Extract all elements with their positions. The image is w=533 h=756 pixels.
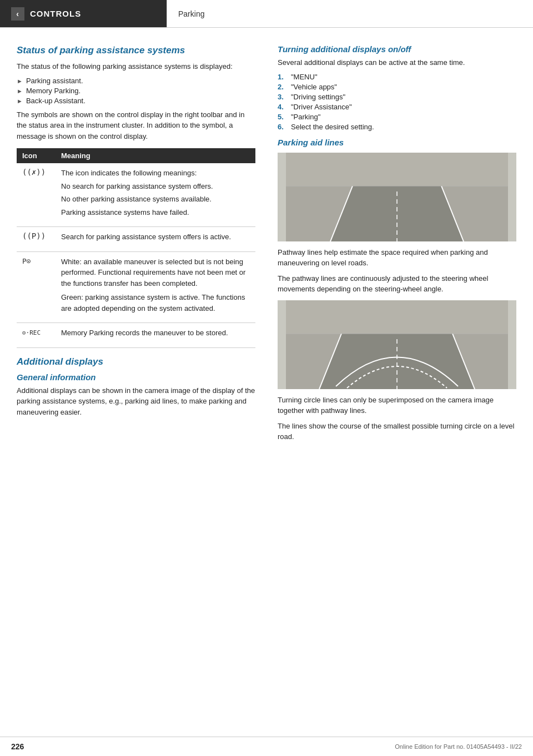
turning-circle-text2: The lines show the course of the smalles… — [278, 421, 516, 442]
parking-aid-title: Parking aid lines — [278, 138, 516, 147]
meaning-cell-2: Search for parking assistance system off… — [56, 227, 255, 252]
meaning-cell-1: The icon indicates the following meaning… — [56, 163, 255, 227]
left-column: Status of parking assistance systems The… — [0, 39, 266, 452]
table-col-meaning: Meaning — [56, 148, 255, 163]
step-num-6: 6. — [278, 123, 289, 131]
table-row: P⊙ White: an available maneuver is selec… — [17, 251, 255, 323]
icon-symbol-4: ⊙·REC — [22, 329, 41, 336]
icon-meaning-table: Icon Meaning ((✗)) The icon indicates th… — [17, 148, 255, 348]
step-num-2: 2. — [278, 83, 289, 91]
parking-label: Parking — [167, 0, 533, 27]
step-text-6: Select the desired setting. — [291, 123, 374, 131]
step-text-3: "Driving settings" — [291, 93, 345, 101]
meaning-text-3b: Green: parking assistance system is acti… — [61, 292, 250, 314]
bullet-memory-parking: ► Memory Parking. — [17, 87, 255, 95]
list-item: 2. "Vehicle apps" — [278, 83, 516, 91]
pathway-text2: The pathway lines are continuously adjus… — [278, 273, 516, 295]
general-info-text: Additional displays can be shown in the … — [17, 385, 255, 418]
bullet-text-1: Parking assistant. — [26, 77, 83, 85]
step-text-2: "Vehicle apps" — [291, 83, 337, 91]
step-num-1: 1. — [278, 73, 289, 81]
step-num-5: 5. — [278, 113, 289, 121]
turning-circle-svg — [278, 300, 516, 389]
turning-displays-title: Turning additional displays on/off — [278, 44, 516, 54]
controls-label: CONTROLS — [30, 9, 81, 18]
icon-cell-4: ⊙·REC — [17, 323, 56, 348]
right-column: Turning additional displays on/off Sever… — [266, 39, 533, 452]
list-item: 6. Select the desired setting. — [278, 123, 516, 131]
pathway-lines-svg — [278, 153, 516, 241]
footer-text: Online Edition for Part no. 01405A54493 … — [395, 743, 522, 750]
meaning-text-1b: No search for parking assistance system … — [61, 181, 250, 192]
header: ‹ CONTROLS Parking — [0, 0, 533, 28]
symbols-text: The symbols are shown on the control dis… — [17, 109, 255, 142]
meaning-cell-4: Memory Parking records the maneuver to b… — [56, 323, 255, 348]
svg-rect-13 — [286, 300, 508, 334]
step-text-4: "Driver Assistance" — [291, 103, 352, 111]
bullet-arrow-2: ► — [17, 88, 23, 94]
meaning-cell-3: White: an available maneuver is selected… — [56, 251, 255, 323]
table-row: ⊙·REC Memory Parking records the maneuve… — [17, 323, 255, 348]
bullet-parking-assistant: ► Parking assistant. — [17, 77, 255, 85]
turning-steps-list: 1. "MENU" 2. "Vehicle apps" 3. "Driving … — [278, 73, 516, 131]
table-row: ((✗)) The icon indicates the following m… — [17, 163, 255, 227]
meaning-text-3a: White: an available maneuver is selected… — [61, 256, 250, 289]
controls-header: ‹ CONTROLS — [0, 0, 167, 27]
turning-circle-text1: Turning circle lines can only be superim… — [278, 395, 516, 416]
table-row: ((P)) Search for parking assistance syst… — [17, 227, 255, 252]
svg-rect-6 — [286, 153, 508, 186]
meaning-text-1d: Parking assistance systems have failed. — [61, 207, 250, 218]
step-text-5: "Parking" — [291, 113, 320, 121]
status-section-title: Status of parking assistance systems — [17, 44, 255, 57]
icon-symbol-3: P⊙ — [22, 257, 31, 265]
general-info-title: General information — [17, 372, 255, 382]
footer: 226 Online Edition for Part no. 01405A54… — [0, 737, 533, 756]
bullet-arrow-1: ► — [17, 78, 23, 84]
list-item: 5. "Parking" — [278, 113, 516, 121]
bullet-arrow-3: ► — [17, 98, 23, 104]
bullet-text-3: Back-up Assistant. — [26, 97, 86, 105]
icon-cell-3: P⊙ — [17, 251, 56, 323]
main-content: Status of parking assistance systems The… — [0, 28, 533, 463]
meaning-text-2: Search for parking assistance system off… — [61, 231, 250, 243]
additional-displays-title: Additional displays — [17, 356, 255, 368]
pathway-text1: Pathway lines help estimate the space re… — [278, 247, 516, 269]
meaning-text-1c: No other parking assistance systems avai… — [61, 194, 250, 205]
icon-cell-1: ((✗)) — [17, 163, 56, 227]
meaning-text-4: Memory Parking records the maneuver to b… — [61, 327, 250, 339]
pathway-lines-image — [278, 153, 516, 241]
icon-cell-2: ((P)) — [17, 227, 56, 252]
step-num-4: 4. — [278, 103, 289, 111]
step-text-1: "MENU" — [291, 73, 318, 81]
additional-displays-section: Additional displays General information … — [17, 356, 255, 418]
list-item: 1. "MENU" — [278, 73, 516, 81]
bullet-backup-assistant: ► Back-up Assistant. — [17, 97, 255, 105]
back-arrow-icon[interactable]: ‹ — [11, 7, 24, 21]
icon-symbol-1: ((✗)) — [22, 168, 46, 177]
turning-intro: Several additional displays can be activ… — [278, 57, 516, 68]
table-col-icon: Icon — [17, 148, 56, 163]
page-number: 226 — [11, 742, 24, 751]
list-item: 3. "Driving settings" — [278, 93, 516, 101]
list-item: 4. "Driver Assistance" — [278, 103, 516, 111]
parking-aid-section: Parking aid lines — [278, 138, 516, 147]
icon-symbol-2: ((P)) — [22, 231, 46, 240]
bullet-text-2: Memory Parking. — [26, 87, 81, 95]
meaning-text-1a: The icon indicates the following meaning… — [61, 168, 250, 179]
turning-circle-image — [278, 300, 516, 389]
step-num-3: 3. — [278, 93, 289, 101]
intro-text: The status of the following parking assi… — [17, 61, 255, 72]
